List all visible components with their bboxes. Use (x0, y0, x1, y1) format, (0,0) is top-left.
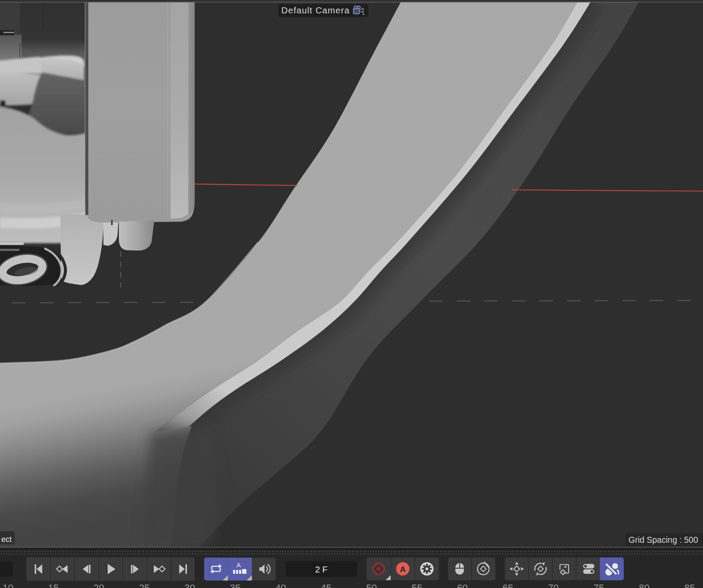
svg-text:Default Camera: Default Camera (281, 5, 350, 15)
svg-text:25: 25 (139, 582, 149, 588)
svg-text:10: 10 (3, 582, 13, 588)
svg-text:45: 45 (320, 582, 331, 588)
svg-text:ect: ect (1, 535, 12, 544)
svg-text:20: 20 (93, 582, 104, 588)
svg-text:50: 50 (366, 582, 377, 588)
svg-text:70: 70 (548, 582, 559, 588)
svg-text:Grid Spacing : 500: Grid Spacing : 500 (628, 535, 698, 545)
svg-text:2 F: 2 F (315, 565, 328, 574)
svg-text:A: A (400, 565, 406, 574)
svg-text:65: 65 (502, 582, 513, 588)
svg-text:A: A (236, 561, 241, 569)
svg-text:35: 35 (230, 582, 240, 588)
svg-text:60: 60 (457, 582, 468, 588)
svg-text:40: 40 (275, 582, 286, 588)
svg-text:30: 30 (184, 582, 195, 588)
svg-text:85: 85 (684, 582, 695, 588)
svg-text:15: 15 (48, 582, 59, 588)
svg-text:80: 80 (639, 582, 650, 588)
svg-text:75: 75 (593, 582, 604, 588)
svg-text:55: 55 (411, 582, 422, 588)
